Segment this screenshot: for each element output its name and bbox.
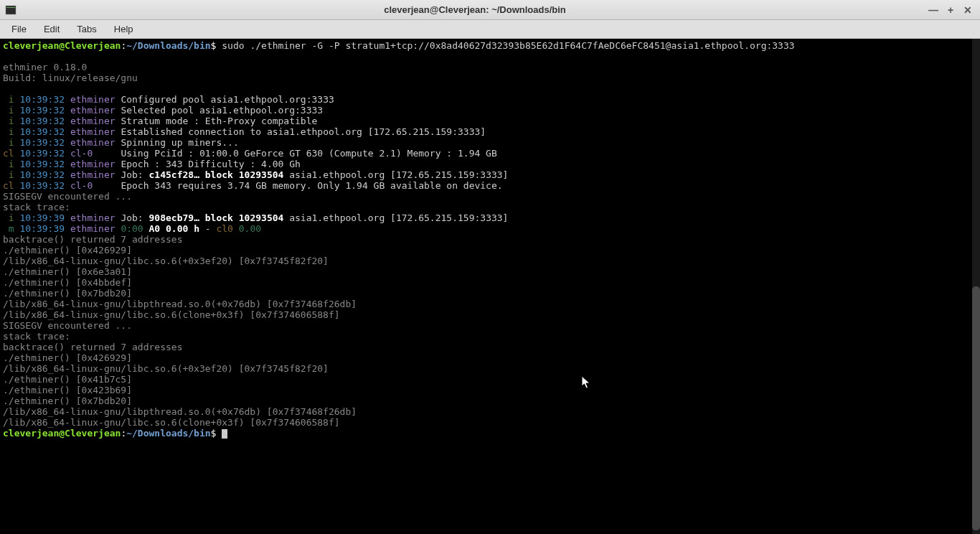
terminal-output[interactable]: cleverjean@Cleverjean:~/Downloads/bin$ s… bbox=[0, 39, 980, 534]
terminal-scrollbar[interactable] bbox=[972, 39, 980, 534]
prompt-user-2: cleverjean@Cleverjean bbox=[3, 428, 121, 439]
version-line: ethminer 0.18.0 bbox=[3, 62, 87, 72]
close-button[interactable]: ✕ bbox=[963, 5, 973, 15]
prompt-path: ~/Downloads/bin bbox=[126, 40, 210, 51]
window-app-icon bbox=[4, 4, 17, 17]
scrollbar-thumb[interactable] bbox=[972, 286, 980, 530]
menu-help[interactable]: Help bbox=[107, 21, 141, 37]
sigsegv-line: SIGSEGV encountered ... bbox=[3, 191, 132, 202]
window-title: cleverjean@Cleverjean: ~/Downloads/bin bbox=[22, 4, 928, 15]
menu-tabs[interactable]: Tabs bbox=[70, 21, 103, 37]
svg-rect-0 bbox=[6, 6, 16, 14]
menubar: File Edit Tabs Help bbox=[0, 20, 980, 39]
terminal-cursor bbox=[222, 429, 227, 439]
stacktrace-line: stack trace: bbox=[3, 202, 70, 212]
command: sudo ./ethminer -G -P stratum1+tcp://0x8… bbox=[222, 40, 794, 51]
window-controls: — + ✕ bbox=[928, 5, 973, 15]
prompt-user: cleverjean@Cleverjean bbox=[3, 40, 121, 51]
maximize-button[interactable]: + bbox=[946, 5, 956, 15]
svg-rect-1 bbox=[6, 7, 15, 8]
menu-edit[interactable]: Edit bbox=[37, 21, 67, 37]
build-line: Build: linux/release/gnu bbox=[3, 72, 138, 83]
prompt-path-2: ~/Downloads/bin bbox=[126, 428, 210, 439]
menu-file[interactable]: File bbox=[4, 21, 34, 37]
window-titlebar: cleverjean@Cleverjean: ~/Downloads/bin —… bbox=[0, 0, 980, 20]
minimize-button[interactable]: — bbox=[928, 5, 938, 15]
